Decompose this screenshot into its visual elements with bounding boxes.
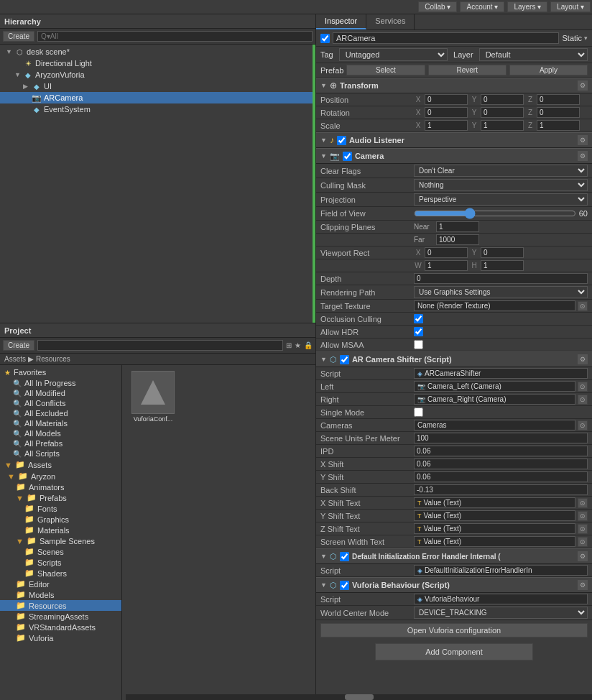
component-transform[interactable]: ▼ ⊕ Transform ⚙ bbox=[316, 78, 592, 93]
fav-item-excluded[interactable]: 🔍 All Excluded bbox=[0, 408, 121, 418]
tree-item-aryzon-vuforia[interactable]: ▼ ◆ AryzonVuforia bbox=[0, 69, 315, 80]
ar-shifter-settings-btn[interactable]: ⚙ bbox=[578, 354, 588, 364]
allow-msaa-checkbox[interactable] bbox=[414, 340, 423, 349]
assets-tree-header[interactable]: ▼ 📁 Assets bbox=[0, 459, 121, 471]
hierarchy-search[interactable] bbox=[37, 31, 313, 42]
clear-flags-select[interactable]: Don't Clear bbox=[414, 165, 588, 177]
ar-cameras-btn[interactable]: ⊙ bbox=[578, 420, 588, 430]
tree-item-directional-light[interactable]: ☀ Directional Light bbox=[0, 57, 315, 69]
xshift-text-btn[interactable]: ⊙ bbox=[578, 498, 588, 508]
ar-xshift-input[interactable] bbox=[414, 459, 588, 469]
allow-hdr-checkbox[interactable] bbox=[414, 327, 423, 336]
asset-vuforia-conf[interactable]: VuforiaConf... bbox=[128, 371, 178, 423]
ar-scene-units-input[interactable] bbox=[414, 433, 588, 443]
static-arrow[interactable]: ▾ bbox=[584, 34, 588, 42]
fav-item-scripts[interactable]: 🔍 All Scripts bbox=[0, 448, 121, 459]
folder-shaders[interactable]: 📁 Shaders bbox=[0, 568, 121, 579]
tab-services[interactable]: Services bbox=[366, 14, 415, 29]
yshift-text-btn[interactable]: ⊙ bbox=[578, 511, 588, 521]
hierarchy-create-btn[interactable]: Create bbox=[3, 31, 34, 42]
transform-settings-btn[interactable]: ⚙ bbox=[578, 80, 588, 91]
zshift-text-btn[interactable]: ⊙ bbox=[578, 524, 588, 534]
component-camera[interactable]: ▼ 📷 Camera ⚙ bbox=[316, 148, 592, 164]
folder-vuforia[interactable]: 📁 Vuforia bbox=[0, 632, 121, 643]
folder-scenes[interactable]: 📁 Scenes bbox=[0, 546, 121, 557]
fav-item-materials[interactable]: 🔍 All Materials bbox=[0, 418, 121, 428]
component-default-init-handler[interactable]: ▼ ⬡ Default Initialization Error Handler… bbox=[316, 548, 592, 564]
layers-btn[interactable]: Layers ▾ bbox=[507, 1, 547, 12]
component-audio-listener[interactable]: ▼ ♪ Audio Listener ⚙ bbox=[316, 132, 592, 148]
tree-item-desk-scene[interactable]: ▼ ⬡ desk scene* bbox=[0, 46, 315, 57]
audio-listener-active[interactable] bbox=[337, 136, 346, 145]
tree-item-arcamera[interactable]: 📷 ARCamera bbox=[0, 92, 315, 103]
btn-revert[interactable]: Revert bbox=[428, 65, 507, 75]
folder-materials[interactable]: 📁 Materials bbox=[0, 525, 121, 535]
vuforia-active[interactable] bbox=[340, 581, 349, 590]
component-vuforia-behaviour[interactable]: ▼ ⬡ Vuforia Behaviour (Script) ⚙ bbox=[316, 577, 592, 593]
project-search[interactable] bbox=[37, 340, 283, 351]
collab-btn[interactable]: Collab ▾ bbox=[418, 1, 457, 12]
position-y[interactable] bbox=[481, 94, 524, 105]
ar-ipd-input[interactable] bbox=[414, 446, 588, 456]
folder-aryzon[interactable]: ▼ 📁 Aryzon bbox=[0, 471, 121, 482]
tab-inspector[interactable]: Inspector bbox=[316, 14, 366, 29]
ar-left-btn[interactable]: ⊙ bbox=[578, 382, 588, 392]
near-input[interactable] bbox=[436, 221, 479, 232]
folder-editor[interactable]: 📁 Editor bbox=[0, 579, 121, 589]
rendering-path-select[interactable]: Use Graphics Settings bbox=[414, 286, 588, 298]
folder-graphics[interactable]: 📁 Graphics bbox=[0, 514, 121, 525]
object-active-checkbox[interactable] bbox=[320, 34, 330, 43]
vuforia-settings-btn[interactable]: ⚙ bbox=[578, 580, 588, 590]
world-center-select[interactable]: DEVICE_TRACKING bbox=[414, 607, 588, 619]
screen-width-btn[interactable]: ⊙ bbox=[578, 537, 588, 547]
camera-active[interactable] bbox=[343, 152, 352, 161]
fav-item-conflicts[interactable]: 🔍 All Conflicts bbox=[0, 398, 121, 408]
occlusion-checkbox[interactable] bbox=[414, 314, 423, 323]
tree-item-eventsystem[interactable]: ◆ EventSystem bbox=[0, 103, 315, 115]
folder-scripts[interactable]: 📁 Scripts bbox=[0, 557, 121, 568]
folder-models[interactable]: 📁 Models bbox=[0, 589, 121, 600]
object-name-input[interactable] bbox=[333, 32, 559, 44]
scale-z[interactable] bbox=[537, 120, 580, 131]
project-scrollbar[interactable] bbox=[126, 694, 315, 700]
position-z[interactable] bbox=[537, 94, 580, 105]
fav-item-modified[interactable]: 🔍 All Modified bbox=[0, 388, 121, 398]
tag-select[interactable]: Untagged bbox=[339, 48, 448, 61]
culling-mask-select[interactable]: Nothing bbox=[414, 179, 588, 191]
ar-single-mode-checkbox[interactable] bbox=[414, 407, 423, 417]
folder-resources[interactable]: 📁 Resources bbox=[0, 600, 121, 611]
position-x[interactable] bbox=[425, 94, 468, 105]
vp-h[interactable] bbox=[481, 260, 524, 271]
vp-y[interactable] bbox=[481, 247, 524, 258]
folder-streaming-assets[interactable]: 📁 StreamingAssets bbox=[0, 611, 121, 622]
ar-right-btn[interactable]: ⊙ bbox=[578, 395, 588, 405]
layer-select[interactable]: Default bbox=[479, 48, 588, 61]
target-texture-btn[interactable]: ⊙ bbox=[578, 301, 588, 311]
projection-select[interactable]: Perspective bbox=[414, 193, 588, 206]
add-component-btn[interactable]: Add Component bbox=[375, 643, 533, 660]
open-vuforia-btn[interactable]: Open Vuforia configuration bbox=[320, 623, 588, 637]
rotation-x[interactable] bbox=[425, 107, 468, 118]
tree-item-ui[interactable]: ▶ ◆ UI bbox=[0, 80, 315, 92]
folder-sample-scenes[interactable]: ▼ 📁 Sample Scenes bbox=[0, 535, 121, 546]
project-toolbar-icon2[interactable]: ★ bbox=[295, 341, 301, 349]
btn-select[interactable]: Select bbox=[346, 65, 425, 75]
rotation-y[interactable] bbox=[481, 107, 524, 118]
folder-fonts[interactable]: 📁 Fonts bbox=[0, 503, 121, 514]
init-handler-active[interactable] bbox=[340, 552, 349, 561]
rotation-z[interactable] bbox=[537, 107, 580, 118]
far-input[interactable] bbox=[436, 234, 479, 245]
fov-slider[interactable] bbox=[414, 208, 576, 219]
layout-btn[interactable]: Layout ▾ bbox=[550, 1, 591, 12]
depth-input[interactable] bbox=[414, 273, 588, 284]
project-toolbar-icon3[interactable]: 🔒 bbox=[304, 341, 313, 349]
fav-item-prefabs[interactable]: 🔍 All Prefabs bbox=[0, 438, 121, 448]
folder-prefabs[interactable]: ▼ 📁 Prefabs bbox=[0, 492, 121, 503]
fav-item-in-progress[interactable]: 🔍 All In Progress bbox=[0, 378, 121, 388]
init-handler-settings-btn[interactable]: ⚙ bbox=[578, 551, 588, 561]
project-create-btn[interactable]: Create bbox=[3, 340, 34, 351]
vp-x[interactable] bbox=[425, 247, 468, 258]
btn-apply[interactable]: Apply bbox=[509, 65, 588, 75]
account-btn[interactable]: Account ▾ bbox=[460, 1, 504, 12]
scale-y[interactable] bbox=[481, 120, 524, 131]
